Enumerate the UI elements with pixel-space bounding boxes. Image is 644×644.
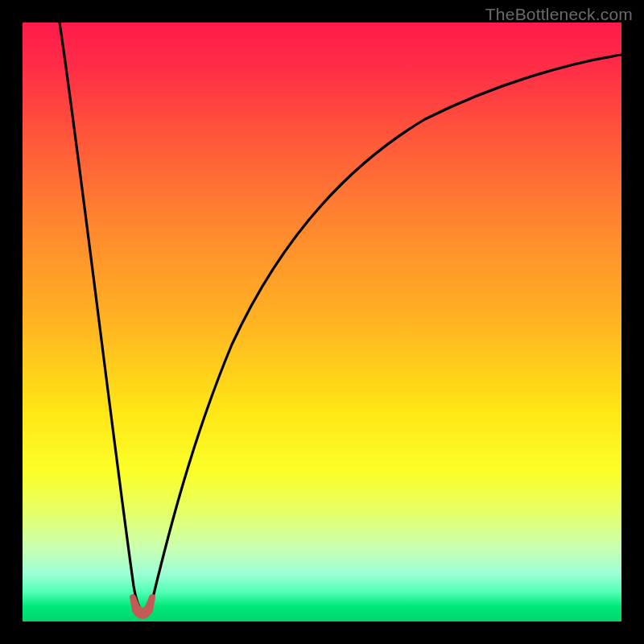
notch-marker <box>133 597 152 616</box>
chart-area <box>23 23 621 621</box>
bottleneck-curve <box>23 23 621 621</box>
curve-path <box>60 23 621 613</box>
watermark-text: TheBottleneck.com <box>485 5 633 24</box>
